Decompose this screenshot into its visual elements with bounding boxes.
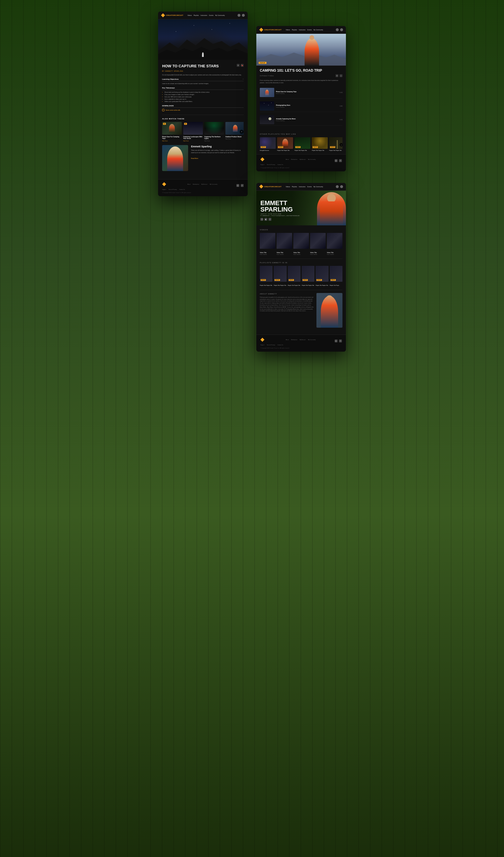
- facebook-icon[interactable]: f: [241, 184, 243, 187]
- other-playlists-next[interactable]: ›: [339, 143, 342, 147]
- footer-logo-rb[interactable]: [261, 338, 265, 342]
- profile-twitter-icon[interactable]: t: [268, 218, 271, 221]
- collapse-icon[interactable]: −: [242, 78, 243, 80]
- nav-videos-rb[interactable]: Videos: [286, 186, 290, 187]
- profile-icon[interactable]: [242, 14, 245, 17]
- footer-terms-rt[interactable]: Terms & Privacy: [267, 164, 275, 165]
- about-text-block: ABOUT EMMETT Picking up great recognitio…: [260, 293, 314, 327]
- footer-marketplace-rb[interactable]: Marketplace: [291, 339, 297, 340]
- read-more-link[interactable]: Read More: [191, 157, 198, 159]
- card-camping[interactable]: NS Photo Gear For Camping Trips Nate Dun…: [162, 122, 182, 141]
- footer-account-rb[interactable]: My Account: [300, 339, 306, 340]
- playlist-item-title-3: Actually Capturing the Moon: [276, 118, 338, 120]
- playlist-card-3[interactable]: PLAYLIST Playlist Title Playlist Title: [295, 137, 310, 151]
- nav-playlists[interactable]: Playlists: [194, 14, 199, 16]
- footer-terms[interactable]: Terms & Privacy: [168, 189, 177, 190]
- nav-events[interactable]: Events: [209, 14, 213, 16]
- playlist-card-4[interactable]: PLAYLIST Playlist Title Playlist Title: [312, 137, 328, 151]
- playlist-item-1[interactable]: Photo Gear for Camping Trips Emmett Spar…: [260, 87, 342, 99]
- video-thumb-4[interactable]: [310, 233, 326, 249]
- nav-logo-right[interactable]: CREATORCIRCUIT: [259, 28, 282, 32]
- nav-instructors-rb[interactable]: Instructors: [299, 186, 305, 187]
- footer-contact-rt[interactable]: Contact Us: [278, 164, 283, 165]
- profile-icon-right[interactable]: [340, 28, 343, 31]
- playlist-grid-thumb-3[interactable]: PLAYLIST: [288, 266, 301, 282]
- nav-instructors[interactable]: Instructors: [201, 14, 207, 16]
- video-thumb-5[interactable]: [327, 233, 342, 249]
- nav-logo-rb[interactable]: CREATORCIRCUIT: [259, 185, 282, 189]
- about-photo: [316, 293, 342, 327]
- footer-support-rb[interactable]: Support: [261, 344, 265, 346]
- profile-youtube-icon[interactable]: ▶: [265, 218, 267, 221]
- playlist-grid-thumb-4[interactable]: PLAYLIST: [302, 266, 315, 282]
- playlist-badge-5: PLAYLIST: [330, 146, 335, 148]
- playlist-item-title-1: Photo Gear for Camping Trips: [276, 91, 338, 93]
- nav-community-r[interactable]: My Community: [314, 29, 323, 31]
- nav-events-rb[interactable]: Events: [307, 186, 312, 187]
- nav-instructors-r[interactable]: Instructors: [299, 29, 305, 31]
- footer-logo-rt[interactable]: [261, 157, 265, 162]
- nav-playlists-rb[interactable]: Playlists: [292, 186, 297, 187]
- bookmark-icon[interactable]: 🔖: [241, 64, 243, 67]
- nav-events-r[interactable]: Events: [307, 29, 312, 31]
- pg-badge-2: PLAYLIST: [274, 279, 280, 281]
- footer-about-rt[interactable]: About: [286, 158, 289, 160]
- playlist-grid-thumb-5[interactable]: PLAYLIST: [316, 266, 328, 282]
- nav-videos-r[interactable]: Videos: [286, 29, 290, 31]
- video-thumb-3[interactable]: [293, 233, 309, 249]
- instagram-icon[interactable]: ⓘ: [236, 184, 239, 187]
- download-item[interactable]: ↓ Name some active.afls: [162, 109, 243, 111]
- playlist-grid-thumb-2[interactable]: PLAYLIST: [274, 266, 286, 282]
- card-landscape[interactable]: NS Capturing Landscapes With Your Drone …: [183, 122, 203, 141]
- footer-community[interactable]: My Community: [210, 184, 218, 185]
- author-byline: BY EMMETT SPARLING: [162, 70, 243, 72]
- nav-community-rb[interactable]: My Community: [314, 186, 323, 187]
- video-thumb-2[interactable]: [276, 233, 292, 249]
- instagram-icon-rt[interactable]: ⓘ: [335, 159, 338, 162]
- heart-icon[interactable]: ♥: [336, 74, 338, 77]
- nav-videos[interactable]: Videos: [187, 14, 191, 16]
- playlist-card-1[interactable]: PLAYLIST Diving At Sonoran: [260, 137, 276, 151]
- search-icon[interactable]: [238, 14, 240, 17]
- playlist-duration-2: 4:40: [339, 105, 342, 107]
- section-divider-2: [260, 258, 342, 259]
- facebook-icon-rt[interactable]: f: [339, 159, 342, 162]
- profile-icon-rb[interactable]: [340, 185, 343, 188]
- playlist-card-2[interactable]: PLAYLIST Playlist Title Playlist Title: [277, 137, 293, 151]
- footer-marketplace-rt[interactable]: Marketplace: [291, 158, 297, 160]
- card-northern[interactable]: Capturing The Northern Lights Nate Dunn: [204, 122, 224, 141]
- footer-terms-rb[interactable]: Terms & Privacy: [267, 344, 275, 346]
- add-icon[interactable]: +: [339, 74, 342, 77]
- footer-support[interactable]: Support: [162, 189, 166, 190]
- carousel-next-arrow[interactable]: ›: [239, 130, 243, 134]
- footer-about[interactable]: About: [188, 184, 190, 185]
- footer-support-rt[interactable]: Support: [261, 164, 265, 165]
- footer-about-rb[interactable]: About: [286, 339, 289, 340]
- footer-logo[interactable]: [162, 182, 166, 186]
- footer-contact-rb[interactable]: Contact Us: [278, 344, 283, 346]
- playlist-item-subtitle-1: Emmett Sparling: [276, 93, 338, 94]
- footer-contact[interactable]: Contact Us: [179, 189, 185, 190]
- playlist-item-3[interactable]: Actually Capturing the Moon Emmett Sparl…: [260, 114, 342, 126]
- playlist-grid-thumb-1[interactable]: PLAYLIST: [260, 266, 272, 282]
- like-icon[interactable]: ♥: [237, 64, 239, 67]
- video-card-sub-2: Video Subtitle: [276, 254, 292, 255]
- video-thumb-1[interactable]: [260, 233, 275, 249]
- playlist-grid-thumb-6[interactable]: PLAYLIST: [330, 266, 342, 282]
- footer-account-rt[interactable]: My Account: [300, 158, 306, 160]
- playlist-item-2[interactable]: Photographing Stars Emmett Sparling 4:40: [260, 100, 342, 112]
- footer-marketplace[interactable]: Marketplace: [193, 184, 199, 185]
- footer-community-rt[interactable]: My Community: [308, 158, 316, 160]
- nav-logo[interactable]: CREATORCIRCUIT: [161, 13, 183, 17]
- facebook-icon-rb[interactable]: f: [339, 339, 342, 342]
- nav-community[interactable]: My Community: [215, 14, 225, 16]
- footer-account[interactable]: My Account: [201, 184, 207, 185]
- instagram-icon-rb[interactable]: ⓘ: [335, 339, 338, 342]
- nav-playlists-r[interactable]: Playlists: [292, 29, 297, 31]
- search-icon-right[interactable]: [336, 28, 339, 31]
- footer-community-rb[interactable]: My Community: [308, 339, 316, 340]
- about-figure: [321, 296, 338, 327]
- profile-instagram-icon[interactable]: ⓘ: [261, 218, 263, 221]
- video-card-title-2: Video Title: [276, 252, 292, 253]
- search-icon-rb[interactable]: [336, 185, 339, 188]
